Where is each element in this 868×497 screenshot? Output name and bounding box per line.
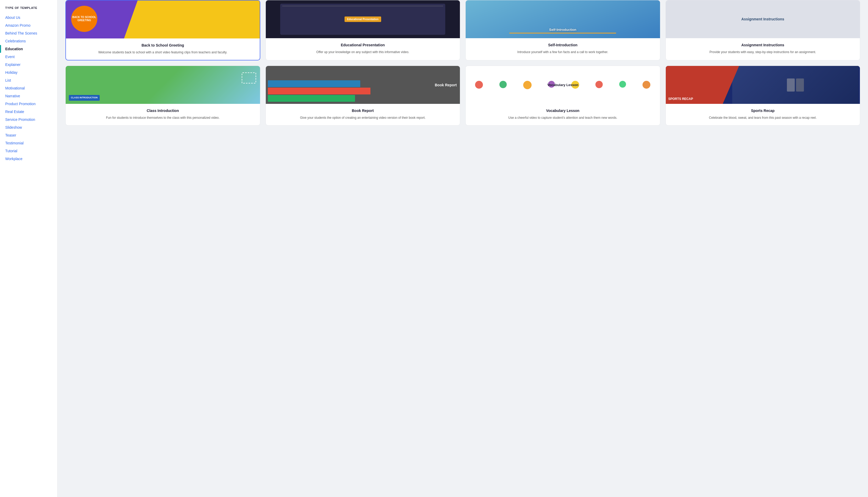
sidebar-item-slideshow[interactable]: Slideshow (5, 124, 57, 131)
vocab-label: Vocabulary Lesson (547, 83, 578, 87)
card-title-back-to-school: Back to School Greeting (70, 43, 256, 47)
card-body-back-to-school: Back to School Greeting Welcome students… (66, 39, 260, 60)
sidebar-item-holiday[interactable]: Holiday (5, 69, 57, 76)
sidebar-item-explainer[interactable]: Explainer (5, 61, 57, 69)
template-card-assignment-instructions[interactable]: Assignment Instructions Assignment Instr… (666, 0, 860, 60)
card-thumbnail-book-report: Book Report (266, 66, 460, 104)
sidebar-item-product-promotion[interactable]: Product Promotion (5, 100, 57, 108)
template-card-back-to-school[interactable]: BACK TO SCHOOL GREETING Back to School G… (66, 0, 260, 60)
card-desc-educational-presentation: Offer up your knowledge on any subject w… (270, 50, 456, 54)
card-title-class-introduction: Class Introduction (70, 109, 256, 113)
card-thumbnail-class-intro: CLASS INTRODUCTION (66, 66, 260, 104)
sidebar-item-narrative[interactable]: Narrative (5, 92, 57, 100)
sidebar-title: TYPE OF TEMPLATE (5, 6, 57, 10)
sidebar-item-teaser[interactable]: Teaser (5, 131, 57, 139)
card-title-educational-presentation: Educational Presentation (270, 43, 456, 47)
card-body-book-report: Book Report Give your students the optio… (266, 104, 460, 125)
class-intro-label: CLASS INTRODUCTION (69, 95, 100, 101)
sidebar: TYPE OF TEMPLATE About UsAmazon PromoBeh… (0, 0, 58, 497)
template-card-book-report[interactable]: Book Report Book Report Give your studen… (266, 66, 460, 126)
educational-label: Educational Presentation (344, 16, 381, 22)
card-title-book-report: Book Report (270, 109, 456, 113)
card-title-sports-recap: Sports Recap (670, 109, 856, 113)
card-body-class-introduction: Class Introduction Fun for students to i… (66, 104, 260, 125)
card-title-self-introduction: Self-Introduction (470, 43, 656, 47)
book-report-label: Book Report (435, 83, 457, 87)
main-content: BACK TO SCHOOL GREETING Back to School G… (58, 0, 868, 497)
card-desc-back-to-school: Welcome students back to school with a s… (70, 50, 256, 55)
template-card-self-introduction[interactable]: Self-Introduction Self-Introduction Intr… (465, 0, 660, 60)
card-thumbnail-assignment: Assignment Instructions (666, 0, 860, 38)
card-desc-assignment-instructions: Provide your students with easy, step-by… (670, 50, 856, 54)
card-title-vocabulary-lesson: Vocabulary Lesson (470, 109, 656, 113)
sidebar-item-celebrations[interactable]: Celebrations (5, 37, 57, 45)
card-body-self-introduction: Self-Introduction Introduce yourself wit… (466, 38, 660, 60)
card-thumbnail-back-to-school: BACK TO SCHOOL GREETING (66, 1, 260, 39)
sidebar-item-real-estate[interactable]: Real Estate (5, 108, 57, 116)
assignment-label: Assignment Instructions (741, 17, 784, 22)
template-grid-row2: CLASS INTRODUCTION Class Introduction Fu… (66, 66, 860, 126)
sidebar-item-amazon-promo[interactable]: Amazon Promo (5, 22, 57, 29)
template-card-vocabulary-lesson[interactable]: Vocabulary Lesson Vocabulary Lesson Use … (465, 66, 660, 126)
card-desc-book-report: Give your students the option of creatin… (270, 115, 456, 120)
card-desc-vocabulary-lesson: Use a cheerful video to capture student'… (470, 115, 656, 120)
card-desc-self-introduction: Introduce yourself with a few fun facts … (470, 50, 656, 54)
card-title-assignment-instructions: Assignment Instructions (670, 43, 856, 47)
template-card-educational-presentation[interactable]: Educational Presentation Educational Pre… (266, 0, 460, 60)
card-body-educational-presentation: Educational Presentation Offer up your k… (266, 38, 460, 60)
card-desc-class-introduction: Fun for students to introduce themselves… (70, 115, 256, 120)
sidebar-item-service-promotion[interactable]: Service Promotion (5, 116, 57, 124)
sidebar-item-event[interactable]: Event (5, 53, 57, 61)
card-desc-sports-recap: Celebrate the blood, sweat, and tears fr… (670, 115, 856, 120)
template-card-sports-recap[interactable]: SPORTS RECAP Sports Recap Celebrate the … (666, 66, 860, 126)
card-body-sports-recap: Sports Recap Celebrate the blood, sweat,… (666, 104, 860, 125)
card-thumbnail-educational: Educational Presentation (266, 0, 460, 38)
sidebar-item-testimonial[interactable]: Testimonial (5, 139, 57, 147)
sports-label: SPORTS RECAP (668, 97, 693, 101)
sidebar-item-education[interactable]: Education (5, 45, 57, 53)
card-body-vocabulary-lesson: Vocabulary Lesson Use a cheerful video t… (466, 104, 660, 125)
card-thumbnail-vocab: Vocabulary Lesson (466, 66, 660, 104)
sidebar-item-behind-the-scenes[interactable]: Behind The Scenes (5, 29, 57, 37)
card-thumbnail-sports: SPORTS RECAP (666, 66, 860, 104)
sidebar-item-motivational[interactable]: Motivational (5, 84, 57, 92)
card-thumbnail-self-intro: Self-Introduction (466, 0, 660, 38)
self-intro-label: Self-Introduction (466, 28, 660, 32)
sidebar-item-tutorial[interactable]: Tutorial (5, 147, 57, 155)
sidebar-item-list[interactable]: List (5, 76, 57, 84)
sidebar-item-workplace[interactable]: Workplace (5, 155, 57, 163)
template-card-class-introduction[interactable]: CLASS INTRODUCTION Class Introduction Fu… (66, 66, 260, 126)
template-grid-row1: BACK TO SCHOOL GREETING Back to School G… (66, 0, 860, 60)
card-body-assignment-instructions: Assignment Instructions Provide your stu… (666, 38, 860, 60)
sidebar-item-about-us[interactable]: About Us (5, 14, 57, 22)
